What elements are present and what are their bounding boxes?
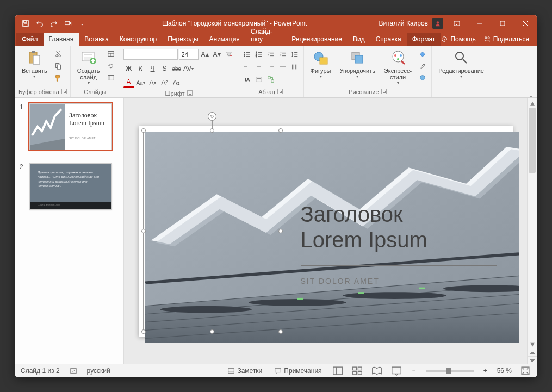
strike-icon[interactable]: abc [171, 63, 182, 74]
grow-font-icon[interactable]: A▴ [200, 49, 210, 60]
paragraph-dialog-launcher[interactable] [277, 89, 283, 94]
tab-transitions[interactable]: Переходы [162, 33, 203, 46]
reading-view-icon[interactable] [371, 365, 383, 376]
align-center-icon[interactable] [253, 61, 264, 72]
sub-icon[interactable]: A₂ [171, 77, 182, 88]
shape-effects-icon[interactable] [417, 73, 428, 83]
notes-button[interactable]: Заметки [225, 367, 264, 375]
change-case-icon[interactable]: Aa▾ [135, 77, 146, 88]
smartart-icon[interactable] [265, 74, 276, 85]
zoom-level[interactable]: 56 % [497, 367, 512, 375]
maximize-icon[interactable] [491, 15, 514, 32]
slide-thumbnail-2[interactable]: Лучшая цитата, отражающая ваш подход… "Э… [29, 163, 112, 210]
shapes-button[interactable]: Фигуры▾ [307, 47, 334, 81]
clear-format-icon[interactable] [224, 49, 234, 60]
shadow-icon[interactable]: S [159, 63, 170, 74]
tab-slideshow[interactable]: Слайд-шоу [245, 25, 286, 46]
layout-icon[interactable] [106, 49, 116, 59]
scrollbar-thumb[interactable] [529, 108, 536, 173]
slideshow-view-icon[interactable] [390, 365, 402, 376]
new-slide-button[interactable]: Создать слайд ▾ [74, 47, 103, 88]
slide-thumbnail-1[interactable]: Заголовок Lorem Ipsum SIT DOLOR AMET [29, 103, 112, 150]
slide-canvas[interactable]: Заголовок Lorem Ipsum SIT DOLOR AMET [124, 98, 527, 364]
align-text-icon[interactable] [253, 74, 264, 85]
font-dialog-launcher[interactable] [187, 90, 193, 96]
drawing-dialog-launcher[interactable] [381, 89, 387, 94]
arrange-button[interactable]: Упорядочить▾ [336, 47, 378, 81]
slide-title[interactable]: Заголовок Lorem Ipsum [301, 202, 427, 253]
comments-button[interactable]: Примечания [272, 367, 324, 375]
paste-button[interactable]: Вставить ▾ [18, 47, 51, 81]
rotate-handle[interactable] [208, 112, 216, 121]
undo-icon[interactable] [34, 17, 46, 29]
tab-home[interactable]: Главная [44, 33, 79, 46]
tell-me[interactable]: Помощь [441, 35, 475, 43]
fit-window-icon[interactable] [519, 365, 531, 376]
language[interactable]: русский [87, 367, 110, 375]
shape-fill-icon[interactable] [417, 49, 428, 59]
font-color-icon[interactable]: A [123, 78, 134, 88]
tab-view[interactable]: Вид [348, 33, 370, 46]
minimize-icon[interactable] [468, 15, 491, 32]
quick-styles-button[interactable]: Экспресс- стили▾ [381, 47, 415, 88]
bold-icon[interactable]: Ж [123, 63, 134, 74]
format-painter-icon[interactable] [53, 73, 64, 83]
font-size-combo[interactable]: 24 [179, 49, 199, 60]
editing-button[interactable]: Редактирование▾ [435, 47, 487, 81]
shrink-font-icon[interactable]: A▾ [212, 49, 222, 60]
italic-icon[interactable]: К [135, 63, 146, 74]
close-icon[interactable] [514, 15, 537, 32]
tab-insert[interactable]: Вставка [79, 33, 114, 46]
clipboard-dialog-launcher[interactable] [61, 89, 67, 94]
reset-icon[interactable] [106, 61, 116, 71]
shape-outline-icon[interactable] [417, 61, 428, 71]
copy-icon[interactable] [53, 61, 64, 71]
svg-rect-19 [57, 65, 60, 69]
columns-icon[interactable] [289, 61, 300, 72]
normal-view-icon[interactable] [332, 365, 344, 376]
zoom-out[interactable]: − [410, 367, 418, 375]
numbering-icon[interactable]: 123 [253, 49, 264, 60]
tab-file[interactable]: Файл [16, 33, 44, 46]
align-left-icon[interactable] [241, 61, 252, 72]
underline-icon[interactable]: Ч [147, 63, 158, 74]
cut-icon[interactable] [53, 49, 64, 59]
bullets-icon[interactable] [241, 49, 252, 60]
font-family-combo[interactable] [123, 49, 178, 60]
zoom-slider-thumb[interactable] [446, 368, 451, 374]
ribbon: Вставить ▾ Буфер обмена Создать слайд ▾ [15, 46, 537, 98]
svg-rect-105 [392, 367, 401, 374]
spellcheck-icon[interactable] [67, 367, 79, 375]
scroll-up-icon[interactable]: ▴ [528, 98, 537, 108]
zoom-in[interactable]: + [481, 367, 489, 375]
share-button[interactable]: Поделиться [483, 35, 529, 43]
start-from-beginning-icon[interactable] [62, 17, 74, 29]
align-right-icon[interactable] [265, 61, 276, 72]
line-spacing-icon[interactable] [289, 49, 300, 60]
tab-format[interactable]: Формат [407, 33, 441, 46]
redo-icon[interactable] [48, 17, 60, 29]
ribbon-options-icon[interactable] [445, 15, 468, 32]
indent-more-icon[interactable] [277, 49, 288, 60]
tab-design[interactable]: Конструктор [114, 33, 162, 46]
indent-less-icon[interactable] [265, 49, 276, 60]
slide-subtitle[interactable]: SIT DOLOR AMET [301, 277, 380, 285]
save-icon[interactable] [20, 17, 32, 29]
tab-help[interactable]: Справка [370, 33, 407, 46]
section-icon[interactable] [106, 73, 116, 83]
avatar[interactable] [432, 18, 443, 29]
sorter-view-icon[interactable] [351, 365, 363, 376]
qat-customize-icon[interactable] [76, 17, 88, 29]
vertical-scrollbar[interactable]: ▴ ▾ ⏶ ⏷ [527, 98, 537, 364]
highlight-icon[interactable]: A▾ [147, 77, 158, 88]
tab-review[interactable]: Рецензирование [286, 33, 348, 46]
group-slides: Создать слайд ▾ Слайды [71, 46, 120, 97]
justify-icon[interactable] [277, 61, 288, 72]
scroll-down-icon[interactable]: ▾ [528, 339, 537, 349]
zoom-slider[interactable] [426, 370, 474, 372]
next-slide-icon[interactable]: ⏷ [528, 356, 537, 364]
text-direction-icon[interactable]: ↕A [241, 74, 252, 85]
tab-animation[interactable]: Анимация [204, 33, 245, 46]
sup-icon[interactable]: A² [159, 77, 170, 88]
spacing-icon[interactable]: AV▾ [183, 63, 194, 74]
